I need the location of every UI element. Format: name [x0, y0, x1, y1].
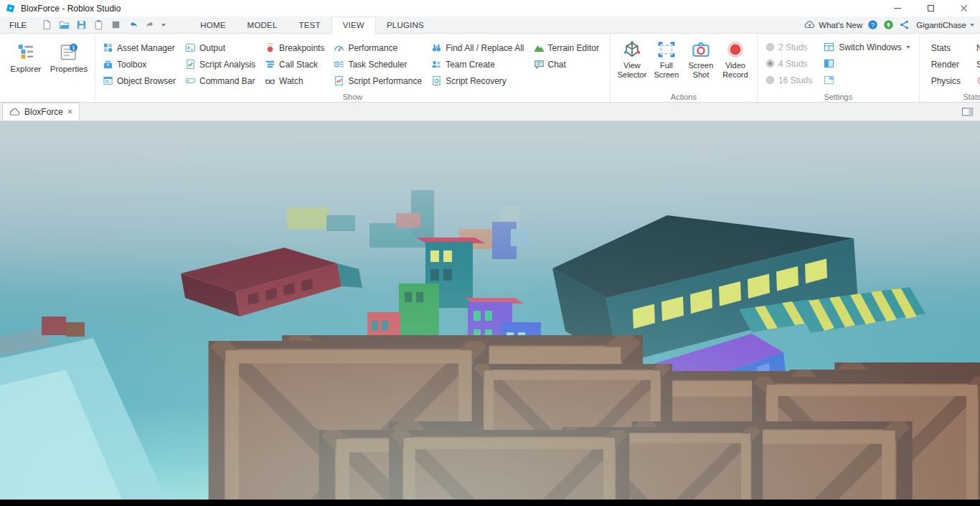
physics-clear-button[interactable] [976, 72, 980, 89]
share-button[interactable] [899, 19, 910, 30]
qat-dropdown-button[interactable] [159, 24, 168, 27]
chat-icon [534, 59, 545, 70]
find-all-replace-all-button[interactable]: Find All / Replace All [428, 39, 530, 56]
doc-tab-close-button[interactable]: × [67, 108, 72, 116]
call-stack-button[interactable]: Call Stack [262, 56, 331, 72]
minimize-button[interactable] [881, 0, 914, 17]
help-button[interactable] [867, 19, 878, 30]
properties-button[interactable]: Properties [47, 37, 90, 73]
physics-toggle-button[interactable]: Physics [931, 72, 961, 89]
undo-button[interactable] [125, 17, 141, 32]
scene-glow [0, 121, 980, 500]
item-label: Output [199, 43, 225, 53]
script-performance-button[interactable]: Script Performance [331, 72, 428, 89]
window-layout-button-2[interactable] [819, 72, 914, 88]
tab-plugins[interactable]: PLUGINS [376, 17, 435, 33]
quick-access-toolbar [36, 17, 171, 33]
account-menu[interactable]: GigantiChase [915, 21, 974, 29]
summary-toggle-button[interactable]: Summary [976, 56, 980, 72]
open-button[interactable] [56, 17, 72, 32]
video-record-button[interactable]: Video Record [718, 38, 753, 80]
tab-model[interactable]: MODEL [237, 17, 288, 33]
toolbox-icon [103, 59, 113, 70]
redo-button[interactable] [142, 17, 159, 32]
view-selector-button[interactable]: View Selector [615, 38, 649, 80]
chevron-down-icon [970, 24, 974, 27]
switch-windows-button[interactable]: Switch Windows [819, 39, 914, 55]
item-label: Call Stack [279, 60, 318, 70]
command-bar-button[interactable]: Command Bar [182, 72, 262, 89]
new-file-button[interactable] [39, 17, 55, 32]
ribbon-group-panels: Explorer Properties [0, 34, 95, 102]
tab-test[interactable]: TEST [288, 17, 331, 33]
breakpoints-button[interactable]: Breakpoints [262, 39, 331, 56]
roblox-studio-logo-icon [5, 3, 16, 14]
doc-tab-bloxforce[interactable]: BloxForce × [2, 103, 80, 121]
stop-button[interactable] [108, 17, 124, 32]
item-label: Video Record [718, 61, 753, 80]
script-recovery-button[interactable]: Script Recovery [428, 72, 530, 89]
object-browser-icon [103, 75, 113, 86]
script-analysis-button[interactable]: Script Analysis [182, 56, 262, 72]
grid-2-studs-radio[interactable]: 2 Studs [762, 39, 816, 55]
chevron-down-icon [906, 46, 910, 49]
object-browser-button[interactable]: Object Browser [100, 72, 182, 89]
layout-dock-button[interactable] [961, 106, 974, 118]
viewport-3d-scene[interactable] [0, 121, 980, 500]
tab-home[interactable]: HOME [189, 17, 236, 33]
maximize-button[interactable] [914, 0, 947, 17]
properties-icon [60, 42, 78, 61]
command-bar-icon [185, 75, 196, 86]
radio-icon [766, 43, 774, 51]
render-toggle-button[interactable]: Render [931, 56, 961, 72]
item-label: Team Create [446, 60, 495, 70]
grid-16-studs-radio[interactable]: 16 Studs [762, 72, 816, 88]
file-menu-button[interactable]: FILE [0, 17, 36, 33]
grid-4-studs-radio[interactable]: 4 Studs [762, 55, 816, 72]
window-layout-button-1[interactable] [819, 55, 914, 72]
task-scheduler-button[interactable]: Task Scheduler [331, 56, 428, 72]
paste-icon [93, 19, 104, 30]
full-screen-button[interactable]: Full Screen [649, 38, 684, 80]
terrain-editor-button[interactable]: Terrain Editor [531, 39, 606, 56]
output-button[interactable]: Output [182, 39, 262, 56]
performance-icon [334, 42, 344, 53]
share-icon [899, 19, 910, 30]
team-create-button[interactable]: Team Create [428, 56, 530, 72]
video-record-icon [726, 40, 745, 59]
item-label: Task Scheduler [348, 60, 407, 70]
viewport-3d[interactable] [0, 121, 980, 500]
stats-toggle-button[interactable]: Stats [931, 39, 961, 56]
tab-view[interactable]: VIEW [331, 17, 376, 34]
window-layout-icon [824, 75, 834, 85]
toolbox-button[interactable]: Toolbox [100, 56, 182, 72]
item-label: Script Analysis [199, 60, 255, 70]
updates-button[interactable] [883, 19, 894, 30]
script-analysis-icon [185, 59, 196, 70]
switch-windows-icon [824, 42, 834, 52]
full-screen-icon [657, 40, 676, 59]
screen-shot-button[interactable]: Screen Shot [684, 38, 718, 80]
performance-button[interactable]: Performance [331, 39, 428, 56]
call-stack-icon [265, 59, 275, 70]
item-label: Watch [279, 76, 303, 86]
script-recovery-icon [431, 75, 442, 86]
chat-button[interactable]: Chat [531, 56, 606, 72]
save-button[interactable] [73, 17, 90, 32]
whats-new-button[interactable]: What's New [804, 19, 862, 30]
settings-group-label: Settings [758, 93, 919, 101]
new-file-icon [42, 19, 52, 30]
username-label: GigantiChase [916, 21, 966, 29]
redo-icon [145, 19, 156, 30]
breakpoints-icon [265, 42, 275, 53]
view-selector-icon [623, 40, 641, 59]
menu-bar: FILE HOME MODEL TEST VIEW PLUGINS What's… [0, 17, 980, 34]
explorer-button[interactable]: Explorer [4, 37, 47, 73]
watch-button[interactable]: Watch [262, 72, 331, 89]
item-label: Full Screen [649, 61, 684, 80]
close-button[interactable] [947, 0, 980, 17]
asset-manager-button[interactable]: Asset Manager [100, 39, 182, 56]
paste-button[interactable] [90, 17, 107, 32]
network-toggle-button[interactable]: Network [976, 39, 980, 56]
explorer-icon [17, 42, 35, 61]
